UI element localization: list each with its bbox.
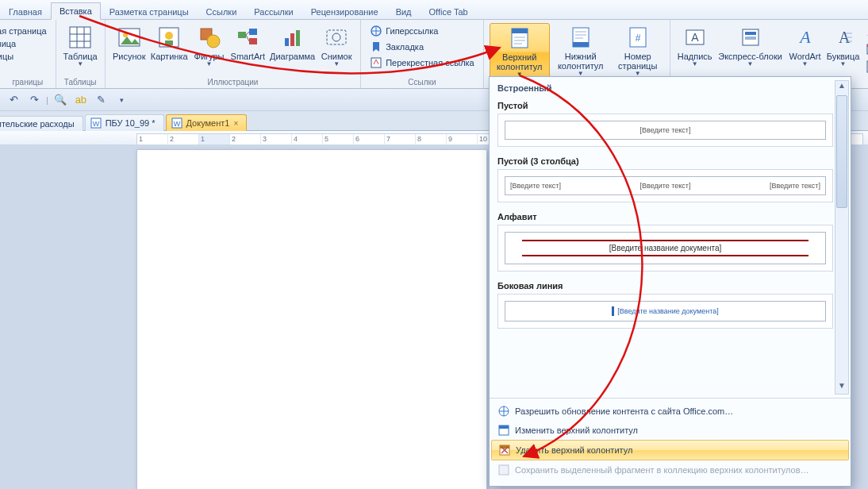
- clipart-label: Картинка: [151, 52, 188, 61]
- screenshot-button[interactable]: Снимок ▼: [318, 23, 355, 70]
- hyperlink-label: Гиперссылка: [386, 26, 438, 36]
- dropdown-arrow-icon[interactable]: ▾: [113, 91, 131, 109]
- gallery-item-title: Алфавит: [497, 212, 851, 221]
- svg-text:W: W: [173, 120, 180, 128]
- gallery-officecom-item[interactable]: Разрешить обновление контента с сайта Of…: [491, 402, 849, 421]
- document-page[interactable]: [136, 149, 487, 489]
- gallery-edit-header-item[interactable]: Изменить верхний колонтитул: [491, 421, 849, 440]
- document-tab[interactable]: дставительские расходы: [0, 116, 83, 131]
- ruler-tick: 7: [386, 135, 390, 143]
- placeholder-text: [Введите название документа]: [522, 240, 808, 256]
- tab-view[interactable]: Вид: [387, 3, 421, 20]
- redo-button[interactable]: ↷: [25, 91, 43, 109]
- ruler-tick: 1: [139, 135, 143, 143]
- chart-label: Диаграмма: [270, 52, 315, 61]
- group-links: Гиперссылка Закладка Перекрестная ссылка…: [361, 20, 484, 88]
- group-pages-label: границы: [0, 78, 56, 87]
- quickparts-icon: [738, 25, 763, 50]
- undo-button[interactable]: ↶: [5, 91, 22, 109]
- page-break-button[interactable]: Разрыв страницы: [2, 50, 17, 63]
- tab-home[interactable]: Главная: [0, 3, 51, 20]
- clear-tool-icon[interactable]: ✎: [93, 91, 110, 109]
- tab-mailings[interactable]: Рассылки: [245, 3, 301, 20]
- wordart-icon: A: [793, 25, 818, 50]
- document-tab-label: ПБУ 10_99 *: [106, 118, 156, 128]
- ruler-tick: 4: [294, 135, 298, 143]
- shapes-button[interactable]: Фигуры ▼: [191, 23, 228, 70]
- svg-rect-28: [745, 37, 756, 40]
- object-icon[interactable]: [866, 60, 868, 74]
- edit-header-icon: [497, 424, 510, 437]
- textbox-icon: A: [682, 25, 708, 50]
- hyperlink-button[interactable]: Гиперссылка: [367, 23, 478, 39]
- gallery-item-blank[interactable]: [Введите текст]: [497, 114, 833, 147]
- crossref-button[interactable]: Перекрестная ссылка: [367, 55, 478, 71]
- clipart-button[interactable]: Картинка: [149, 23, 190, 63]
- blank-page-button[interactable]: Пустая страница: [2, 37, 19, 50]
- gallery-item-alphabet[interactable]: [Введите название документа]: [497, 225, 833, 271]
- scroll-up-icon[interactable]: ▲: [835, 81, 848, 94]
- picture-button[interactable]: Рисунок: [111, 23, 148, 63]
- gallery-remove-header-label: Удалить верхний колонтитул: [516, 445, 632, 455]
- close-tab-icon[interactable]: ×: [233, 119, 238, 128]
- chevron-down-icon: ▼: [747, 61, 754, 68]
- gallery-builtin-heading: Встроенный: [490, 80, 851, 96]
- gallery-item-sideline[interactable]: [Введите название документа]: [497, 294, 833, 329]
- ribbon-tabs: Главная Вставка Разметка страницы Ссылки…: [0, 0, 868, 20]
- document-tab[interactable]: W ПБУ 10_99 *: [85, 114, 164, 131]
- svg-rect-5: [165, 40, 173, 45]
- svg-rect-9: [249, 29, 257, 35]
- title-page-button[interactable]: Титульная страница: [2, 25, 50, 37]
- quickparts-button[interactable]: Экспресс-блоки ▼: [716, 23, 785, 70]
- sideline-bar-icon: [612, 306, 614, 316]
- svg-rect-12: [290, 33, 294, 46]
- chevron-down-icon: ▼: [206, 61, 213, 68]
- word-doc-icon: W: [90, 117, 102, 129]
- scrollbar-thumb[interactable]: [836, 95, 847, 208]
- shapes-icon: [197, 25, 222, 50]
- zoom-icon[interactable]: 🔍: [52, 91, 69, 109]
- clipart-icon: [156, 25, 182, 50]
- bookmark-button[interactable]: Закладка: [367, 39, 478, 55]
- tab-references[interactable]: Ссылки: [198, 3, 246, 20]
- tab-officetab[interactable]: Office Tab: [421, 3, 477, 20]
- svg-point-7: [207, 35, 220, 48]
- datetime-icon[interactable]: [866, 42, 868, 56]
- svg-rect-44: [499, 465, 509, 475]
- placeholder-text: [Введите текст]: [770, 182, 820, 190]
- footer-button[interactable]: Нижний колонтитул ▼: [551, 23, 610, 79]
- gallery-item-title: Боковая линия: [497, 281, 851, 291]
- wordart-button[interactable]: A WordArt ▼: [787, 23, 824, 70]
- svg-rect-13: [296, 30, 300, 46]
- tab-review[interactable]: Рецензирование: [302, 3, 387, 20]
- pagenumber-label: Номер страницы: [613, 52, 663, 71]
- chart-button[interactable]: Диаграмма: [268, 23, 317, 63]
- scroll-down-icon[interactable]: ▼: [835, 381, 848, 394]
- smartart-button[interactable]: SmartArt: [229, 23, 267, 63]
- footer-icon: [568, 25, 593, 50]
- placeholder-text: [Введите текст]: [510, 182, 561, 190]
- pagenumber-icon: #: [625, 25, 651, 50]
- document-tab-label: Документ1: [186, 118, 230, 128]
- table-button[interactable]: Таблица ▼: [62, 23, 99, 70]
- chevron-down-icon: ▼: [840, 61, 847, 68]
- gallery-remove-header-item[interactable]: Удалить верхний колонтитул: [491, 440, 849, 460]
- document-tab-active[interactable]: W Документ1 ×: [166, 114, 248, 131]
- dropcap-button[interactable]: A Буквица ▼: [825, 23, 862, 70]
- textbox-button[interactable]: A Надпись ▼: [676, 23, 714, 70]
- gallery-item-title: Пустой: [497, 101, 851, 110]
- chevron-down-icon: ▼: [77, 61, 83, 68]
- tab-insert[interactable]: Вставка: [51, 2, 101, 20]
- gallery-scrollbar[interactable]: ▲ ▼: [835, 80, 849, 395]
- footer-label: Нижний колонтитул: [553, 52, 609, 71]
- tab-pagelayout[interactable]: Разметка страницы: [101, 3, 198, 20]
- highlight-tool-icon[interactable]: ab: [72, 91, 90, 109]
- header-gallery-dropdown: Встроенный Пустой [Введите текст] Пустой…: [489, 76, 851, 487]
- header-button[interactable]: Верхний колонтитул ▼: [490, 23, 550, 81]
- signature-icon[interactable]: [866, 25, 868, 39]
- chevron-down-icon: ▼: [692, 61, 698, 68]
- svg-rect-0: [70, 27, 90, 48]
- pagenumber-button[interactable]: # Номер страницы ▼: [612, 23, 664, 79]
- gallery-item-blank-3col[interactable]: [Введите текст] [Введите текст] [Введите…: [497, 169, 833, 202]
- svg-rect-27: [745, 32, 756, 35]
